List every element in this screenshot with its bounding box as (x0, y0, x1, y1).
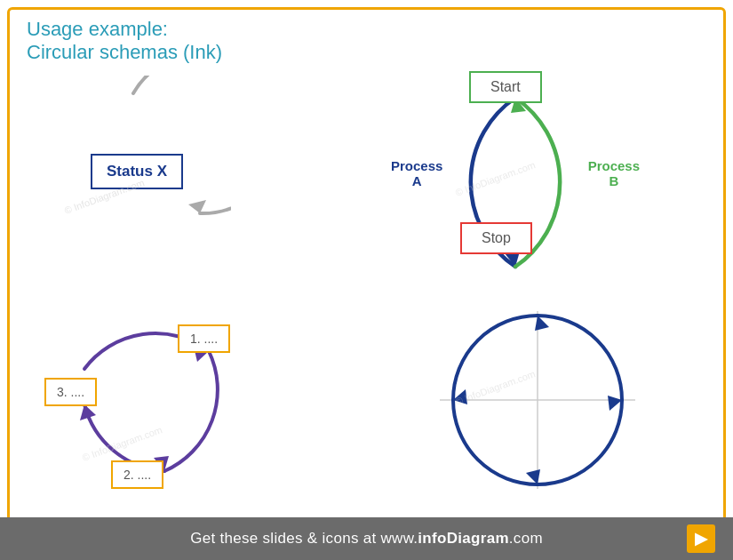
step1-box: 1. .... (178, 324, 230, 353)
start-box: Start (469, 71, 542, 103)
footer-text-after: .com (509, 530, 543, 547)
step2-label: 2. .... (123, 468, 151, 482)
footer-icon: ▶ (687, 524, 715, 553)
footer: Get these slides & icons at www.infoDiag… (0, 517, 733, 560)
footer-brand: infoDiagram (418, 530, 508, 547)
title-line1: Usage example: (27, 18, 222, 41)
title-line2: Circular schemas (Ink) (27, 41, 222, 64)
svg-marker-0 (188, 200, 206, 213)
top-left-diagram: Status X © InfoDiagram.com (36, 76, 231, 271)
stop-box: Stop (460, 222, 532, 254)
bottom-right-diagram: © InfoDiagram.com (426, 302, 649, 498)
status-x-label: Status X (107, 163, 167, 180)
process-a-label: ProcessA (391, 158, 442, 188)
stop-label: Stop (482, 230, 511, 245)
footer-text: Get these slides & icons at www.infoDiag… (190, 530, 543, 548)
bottom-left-diagram: 1. .... 2. .... 3. .... © InfoDiagram.co… (36, 298, 293, 502)
step3-box: 3. .... (44, 378, 97, 406)
process-b-label: ProcessB (588, 158, 640, 188)
top-right-diagram: Start Stop ProcessA ProcessB © InfoDiagr… (382, 67, 649, 298)
start-label: Start (490, 79, 521, 94)
step3-label: 3. .... (57, 385, 84, 399)
title-area: Usage example: Circular schemas (Ink) (27, 18, 222, 64)
step1-label: 1. .... (190, 332, 218, 346)
footer-text-before: Get these slides & icons at www. (190, 530, 418, 547)
step2-box: 2. .... (111, 460, 163, 489)
